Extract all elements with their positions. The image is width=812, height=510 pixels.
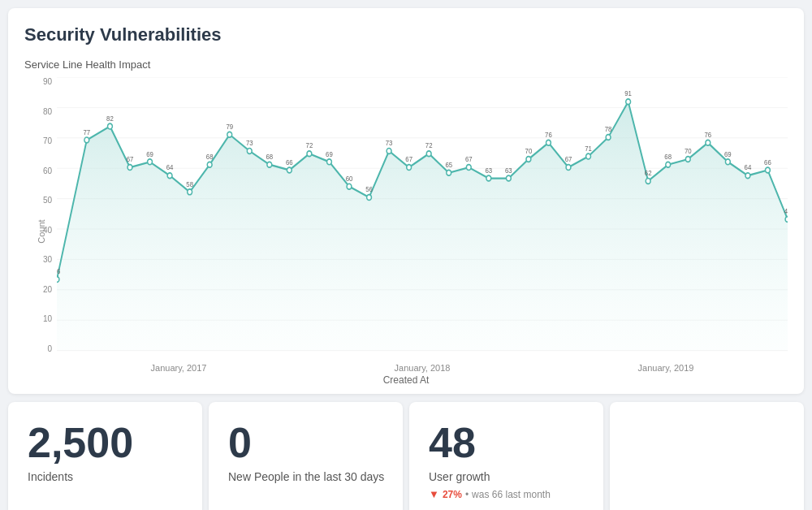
svg-point-39 (626, 99, 631, 105)
new-people-number: 0 (228, 421, 387, 464)
svg-point-43 (706, 140, 710, 145)
chart-container: 90 80 70 60 50 40 30 20 10 0 Count (24, 77, 788, 386)
svg-point-40 (646, 179, 650, 184)
stat-empty (610, 402, 804, 510)
svg-text:68: 68 (664, 152, 672, 161)
svg-text:68: 68 (266, 152, 273, 161)
chart-svg-area: 2677826769645868797368667269605673677265… (57, 77, 788, 353)
incidents-number: 2,500 (28, 421, 186, 464)
svg-text:69: 69 (146, 149, 153, 158)
svg-text:79: 79 (226, 122, 233, 131)
svg-text:56: 56 (365, 185, 373, 194)
svg-point-26 (367, 195, 372, 201)
svg-text:64: 64 (166, 163, 174, 172)
svg-text:70: 70 (685, 147, 692, 156)
svg-text:58: 58 (186, 179, 193, 188)
svg-text:66: 66 (286, 158, 293, 166)
main-card: Security Vulnerabilities Service Line He… (8, 8, 804, 394)
down-arrow-icon: ▼ (429, 488, 439, 500)
svg-text:67: 67 (405, 155, 412, 164)
svg-point-30 (447, 170, 451, 175)
svg-text:65: 65 (445, 160, 452, 169)
user-growth-number: 48 (429, 421, 587, 464)
svg-text:63: 63 (485, 166, 492, 175)
svg-point-31 (466, 165, 471, 171)
new-people-label: New People in the last 30 days (228, 470, 387, 483)
svg-point-24 (327, 159, 332, 165)
growth-pct: 27% (443, 489, 462, 500)
svg-point-42 (685, 157, 690, 162)
chart-subtitle: Service Line Health Impact (24, 58, 788, 71)
growth-sub-text: • (465, 489, 469, 500)
stat-new-people: 0 New People in the last 30 days (209, 402, 403, 510)
svg-text:72: 72 (306, 141, 313, 150)
svg-text:68: 68 (206, 152, 214, 161)
svg-text:26: 26 (57, 267, 61, 276)
svg-text:82: 82 (106, 114, 114, 123)
svg-point-37 (586, 153, 591, 159)
stat-user-growth: 48 User growth ▼ 27% • was 66 last month (409, 402, 603, 510)
svg-point-19 (227, 132, 232, 137)
svg-point-25 (347, 184, 352, 189)
svg-text:69: 69 (326, 149, 333, 158)
incidents-label: Incidents (28, 470, 186, 483)
svg-point-18 (207, 162, 212, 167)
stat-incidents: 2,500 Incidents (8, 402, 202, 510)
svg-point-15 (148, 159, 153, 165)
svg-text:63: 63 (505, 166, 512, 175)
svg-point-41 (666, 162, 671, 167)
svg-point-34 (526, 157, 531, 162)
svg-point-11 (57, 277, 59, 283)
svg-point-29 (426, 151, 431, 157)
svg-point-46 (766, 167, 771, 173)
svg-text:62: 62 (645, 169, 652, 178)
user-growth-label: User growth (429, 470, 587, 483)
svg-text:48: 48 (784, 207, 788, 216)
svg-text:67: 67 (127, 155, 134, 164)
svg-text:73: 73 (386, 139, 393, 148)
svg-point-33 (506, 175, 511, 181)
svg-point-20 (247, 148, 252, 153)
stats-row: 2,500 Incidents 0 New People in the last… (8, 402, 804, 510)
svg-point-16 (167, 173, 172, 179)
svg-point-22 (287, 167, 292, 173)
y-axis-label: Count (37, 219, 46, 243)
svg-point-21 (267, 162, 272, 167)
svg-point-38 (606, 135, 611, 140)
svg-text:91: 91 (624, 89, 632, 98)
svg-point-27 (387, 148, 391, 153)
svg-text:67: 67 (565, 155, 572, 164)
svg-text:78: 78 (605, 125, 612, 134)
svg-text:69: 69 (724, 149, 732, 158)
svg-text:64: 64 (745, 163, 752, 172)
svg-point-32 (486, 175, 491, 181)
svg-text:76: 76 (545, 130, 552, 139)
svg-point-36 (566, 165, 571, 171)
svg-marker-10 (57, 102, 788, 350)
user-growth-sub: ▼ 27% • was 66 last month (429, 488, 587, 500)
svg-point-35 (546, 140, 551, 145)
svg-point-13 (108, 123, 113, 129)
x-axis-label: Created At (383, 374, 430, 386)
page-title: Security Vulnerabilities (24, 24, 788, 45)
svg-point-17 (188, 189, 192, 195)
line-chart-svg: 2677826769645868797368667269605673677265… (57, 77, 788, 353)
svg-point-44 (725, 159, 730, 165)
svg-text:71: 71 (585, 144, 592, 153)
svg-text:76: 76 (704, 130, 711, 139)
svg-point-14 (127, 165, 132, 171)
svg-text:60: 60 (346, 174, 353, 183)
svg-point-45 (745, 173, 750, 179)
svg-text:77: 77 (83, 128, 90, 136)
svg-point-12 (84, 137, 89, 143)
svg-text:66: 66 (764, 158, 771, 166)
svg-text:73: 73 (246, 139, 253, 148)
x-axis: January, 2017 January, 2018 January, 201… (57, 363, 788, 373)
svg-point-28 (407, 165, 412, 171)
y-axis: 90 80 70 60 50 40 30 20 10 0 (24, 77, 57, 353)
svg-text:72: 72 (425, 141, 433, 150)
svg-point-23 (307, 151, 312, 157)
svg-point-47 (785, 217, 788, 223)
svg-text:67: 67 (465, 155, 473, 164)
growth-was-text: was 66 last month (472, 489, 551, 500)
